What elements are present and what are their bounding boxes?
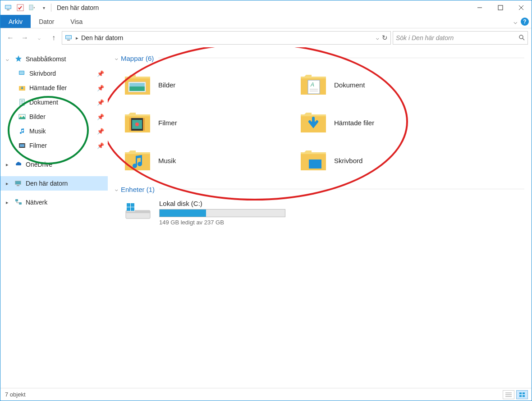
- svg-rect-51: [127, 207, 130, 211]
- chevron-down-icon[interactable]: ⌵: [6, 56, 11, 62]
- sidebar-item-dokument[interactable]: Dokument 📌: [0, 95, 108, 109]
- breadcrumb-text[interactable]: Den här datorn: [81, 34, 373, 41]
- svg-rect-42: [143, 118, 145, 131]
- svg-point-12: [519, 35, 523, 39]
- pin-icon: 📌: [97, 128, 103, 135]
- recent-locations-button[interactable]: ⌵: [33, 32, 46, 44]
- qat-dropdown-icon[interactable]: [28, 3, 37, 12]
- large-icons-view-button[interactable]: [516, 390, 528, 399]
- pin-icon: 📌: [97, 142, 103, 149]
- pin-icon: 📌: [97, 70, 103, 77]
- tab-dator[interactable]: Dator: [31, 15, 62, 28]
- sidebar-item-label: Filmer: [29, 142, 94, 149]
- chevron-right-icon[interactable]: ▸: [6, 162, 11, 168]
- drive-icon: [124, 200, 153, 221]
- tab-visa[interactable]: Visa: [62, 15, 91, 28]
- chevron-right-icon[interactable]: ▸: [6, 200, 11, 205]
- close-button[interactable]: [511, 0, 532, 15]
- svg-rect-52: [131, 207, 134, 211]
- videos-folder-icon: [124, 111, 151, 134]
- drive-usage-fill: [160, 210, 206, 217]
- section-title: Mappar (6): [121, 55, 154, 62]
- folder-label: Musik: [158, 157, 176, 164]
- section-header-devices[interactable]: ⌵ Enheter (1): [115, 186, 155, 193]
- status-text: 7 objekt: [5, 391, 26, 398]
- sidebar-item-label: Bilder: [29, 113, 94, 120]
- maximize-button[interactable]: [490, 0, 511, 15]
- folder-item-skrivbord[interactable]: Skrivbord: [300, 146, 458, 175]
- documents-icon: [18, 98, 27, 107]
- search-box[interactable]: [393, 31, 528, 45]
- svg-rect-58: [519, 395, 522, 397]
- forward-button[interactable]: →: [18, 32, 31, 44]
- back-button[interactable]: ←: [4, 32, 17, 44]
- sidebar-item-bilder[interactable]: Bilder 📌: [0, 109, 108, 124]
- folder-label: Dokument: [334, 81, 365, 89]
- svg-rect-59: [523, 395, 525, 397]
- help-button[interactable]: ?: [521, 18, 529, 26]
- sidebar-item-label: Skrivbord: [29, 70, 94, 77]
- svg-rect-41: [129, 118, 131, 131]
- sidebar-item-label: OneDrive: [26, 161, 108, 168]
- computer-icon: [4, 3, 13, 12]
- svg-rect-45: [309, 159, 321, 169]
- sidebar-item-label: Dokument: [29, 99, 94, 106]
- onedrive-icon: [14, 160, 23, 169]
- sidebar-item-skrivbord[interactable]: Skrivbord 📌: [0, 66, 108, 81]
- sidebar-item-this-pc[interactable]: ▸ Den här datorn: [0, 176, 108, 191]
- svg-rect-28: [15, 181, 21, 184]
- drive-name: Lokal disk (C:): [159, 200, 285, 207]
- tab-arkiv[interactable]: Arkiv: [0, 15, 31, 28]
- svg-rect-56: [519, 392, 522, 394]
- sidebar-item-onedrive[interactable]: ▸ OneDrive: [0, 157, 108, 172]
- svg-rect-26: [24, 143, 25, 148]
- divider: [158, 58, 524, 58]
- refresh-button[interactable]: ↻: [382, 34, 388, 42]
- svg-rect-6: [498, 5, 503, 10]
- qat-customize-icon[interactable]: ▾: [39, 3, 48, 12]
- minimize-button[interactable]: [469, 0, 490, 15]
- drive-item-c[interactable]: Lokal disk (C:) 149 GB ledigt av 237 GB: [115, 195, 524, 226]
- chevron-down-icon: ⌵: [115, 55, 118, 61]
- folder-item-hamtade-filer[interactable]: Hämtade filer: [300, 108, 458, 137]
- search-icon[interactable]: [518, 34, 525, 42]
- drive-free-text: 149 GB ledigt av 237 GB: [159, 219, 285, 226]
- svg-rect-11: [67, 40, 70, 41]
- sidebar-item-hamtade-filer[interactable]: Hämtade filer 📌: [0, 81, 108, 95]
- sidebar-item-quick-access[interactable]: ⌵ Snabbåtkomst: [0, 52, 108, 66]
- address-bar[interactable]: ▸ Den här datorn ⌵ ↻: [62, 31, 391, 45]
- drive-usage-bar: [159, 209, 285, 217]
- section-header-folders[interactable]: ⌵ Mappar (6): [115, 55, 154, 62]
- navigation-pane: ⌵ Snabbåtkomst Skrivbord 📌 Hämtade filer…: [0, 47, 108, 388]
- address-dropdown-icon[interactable]: ⌵: [376, 35, 379, 41]
- chevron-right-icon[interactable]: ▸: [6, 181, 11, 187]
- sidebar-item-label: Musik: [29, 128, 94, 135]
- sidebar-item-network[interactable]: ▸ Nätverk: [0, 195, 108, 210]
- sidebar-item-filmer[interactable]: Filmer 📌: [0, 138, 108, 153]
- sidebar-item-musik[interactable]: Musik 📌: [0, 124, 108, 138]
- videos-icon: [18, 141, 27, 150]
- search-input[interactable]: [396, 34, 518, 41]
- sidebar-item-label: Hämtade filer: [29, 84, 94, 91]
- folder-item-bilder[interactable]: Bilder: [124, 70, 282, 99]
- documents-folder-icon: A: [300, 73, 327, 96]
- computer-icon: [65, 34, 73, 42]
- music-icon: [18, 127, 27, 136]
- folder-label: Hämtade filer: [334, 119, 374, 127]
- section-title: Enheter (1): [121, 186, 155, 193]
- breadcrumb-separator-icon[interactable]: ▸: [76, 35, 78, 41]
- pictures-icon: [18, 112, 27, 121]
- window-title: Den här datorn: [57, 4, 99, 11]
- up-button[interactable]: ↑: [47, 32, 60, 44]
- properties-icon[interactable]: [16, 3, 25, 12]
- folder-item-filmer[interactable]: Filmer: [124, 108, 282, 137]
- sidebar-item-label: Snabbåtkomst: [26, 55, 108, 63]
- details-view-button[interactable]: [503, 390, 514, 399]
- svg-rect-35: [129, 83, 145, 87]
- star-icon: [14, 55, 23, 64]
- folder-item-dokument[interactable]: A Dokument: [300, 70, 458, 99]
- svg-rect-4: [29, 5, 33, 10]
- ribbon-expand-icon[interactable]: ⌵: [514, 18, 517, 25]
- svg-rect-29: [17, 185, 19, 186]
- folder-item-musik[interactable]: Musik: [124, 146, 282, 175]
